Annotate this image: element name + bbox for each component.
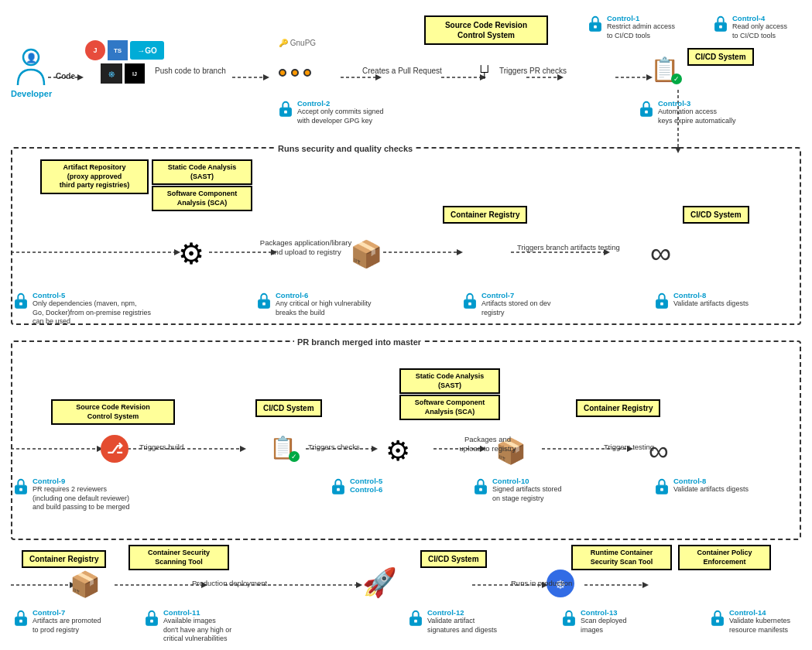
control-7b: Control-7 Artifacts are promotedto prod … xyxy=(12,608,101,635)
control-11-text: Available imagesdon't have any high orcr… xyxy=(163,617,231,644)
sca-box-2: Software ComponentAnalysis (SCA) xyxy=(399,395,500,420)
control-12: Control-12 Validate artifactsignatures a… xyxy=(407,608,497,635)
control-4-text: Read only accessto CI/CD tools xyxy=(732,22,787,40)
prod-package-icon: 📦 xyxy=(70,570,101,599)
svg-rect-77 xyxy=(716,620,719,623)
control-8b: Control-8 Validate artifacts digests xyxy=(653,477,749,497)
triggers-build-text: Triggers build xyxy=(139,443,183,451)
git-icon: ⎇ xyxy=(101,435,128,463)
triggers-checks-text: Triggers checks xyxy=(308,443,360,451)
control-5b-title: Control-5 xyxy=(350,477,382,485)
svg-marker-9 xyxy=(557,74,564,80)
container-reg-box-2: Container Registry xyxy=(576,399,660,417)
java-logo: J xyxy=(85,40,105,60)
runs-prod-text: Runs in production xyxy=(511,579,572,587)
svg-rect-61 xyxy=(19,488,22,491)
branch-node3 xyxy=(303,69,311,77)
sast-box-2: Static Code Analysis(SAST) xyxy=(399,368,500,394)
control-10: Control-10 Signed artifacts storedon sta… xyxy=(472,477,562,503)
cicd-doc-icon-2: 📋 ✓ xyxy=(269,435,296,460)
sca-box-1: Software ComponentAnalysis (SCA) xyxy=(152,186,252,211)
control-11-title: Control-11 xyxy=(163,608,231,617)
checkmark-badge: ✓ xyxy=(671,74,682,84)
svg-rect-53 xyxy=(19,303,22,306)
control-8-title: Control-8 xyxy=(673,291,749,299)
intellij-icon: IJ xyxy=(125,63,145,84)
policy-enforcement-box: Container PolicyEnforcement xyxy=(678,545,771,570)
control-3-title: Control-3 xyxy=(658,99,736,108)
control-8b-title: Control-8 xyxy=(673,477,749,485)
gnupg-area: 🔑 GnuPG xyxy=(279,39,316,77)
control-6-title: Control-6 xyxy=(276,291,372,299)
control-9-title: Control-9 xyxy=(33,477,130,485)
control-7b-text: Artifacts are promotedto prod registry xyxy=(33,617,101,635)
typescript-logo: TS xyxy=(108,40,128,60)
branch-artifacts-text: Triggers branch artifacts testing xyxy=(517,243,620,251)
svg-rect-73 xyxy=(414,620,417,623)
control-1: Control-1 Restrict admin accessto CI/CD … xyxy=(587,14,675,40)
control-7b-title: Control-7 xyxy=(33,608,101,617)
zone-security-label: Runs security and quality checks xyxy=(275,144,416,153)
triggers-pr-text: Triggers PR checks xyxy=(499,67,567,75)
diagram: Runs security and quality checks PR bran… xyxy=(0,0,812,650)
cicd-box-4: CI/CD System xyxy=(420,550,487,568)
svg-rect-55 xyxy=(262,303,266,306)
control-2: Control-2 Accept only commits signedwith… xyxy=(277,99,384,125)
branch-node1 xyxy=(279,69,286,77)
runtime-scan-box: Runtime ContainerSecurity Scan Tool xyxy=(571,545,672,570)
developer-icon: 👤 xyxy=(14,46,49,92)
cicd-doc-icon: 📋 ✓ xyxy=(650,56,679,83)
control-4-title: Control-4 xyxy=(732,14,787,22)
push-code-text: Push code to branch xyxy=(155,67,226,75)
packages-flow-text: Packages application/libraryand upload t… xyxy=(255,238,356,258)
control-10-text: Signed artifacts storedon stage registry xyxy=(492,485,562,503)
svg-rect-51 xyxy=(645,111,648,114)
control-5-text: Only dependencies (maven, npm,Go, Docker… xyxy=(33,299,151,327)
svg-rect-57 xyxy=(468,303,471,306)
control-13-title: Control-13 xyxy=(581,608,627,617)
svg-rect-47 xyxy=(594,26,597,29)
container-reg-box-1: Container Registry xyxy=(443,206,527,224)
control-1-text: Restrict admin accessto CI/CD tools xyxy=(607,22,675,40)
control-13-text: Scan deployedimages xyxy=(581,617,627,635)
control-6b-title: Control-6 xyxy=(350,485,382,494)
control-11: Control-11 Available imagesdon't have an… xyxy=(143,608,231,644)
editor-icon: ⎈ xyxy=(101,63,122,84)
svg-rect-67 xyxy=(660,488,663,491)
pr-text: Creates a Pull Request xyxy=(362,67,442,75)
control-10-title: Control-10 xyxy=(492,477,562,485)
go-logo: →GO xyxy=(130,41,164,60)
control-7-title: Control-7 xyxy=(481,291,551,299)
svg-rect-65 xyxy=(479,488,482,491)
src-ctrl-box-2: Source Code RevisionControl System xyxy=(51,399,175,425)
artifact-repo-box: Artifact Repository(proxy approvedthird … xyxy=(40,159,149,194)
control-13: Control-13 Scan deployedimages xyxy=(560,608,627,635)
control-7-text: Artifacts stored on devregistry xyxy=(481,299,551,317)
control-9-text: PR requires 2 reviewers(including one de… xyxy=(33,485,130,512)
cicd-box-3: CI/CD System xyxy=(255,399,322,417)
control-5-title: Control-5 xyxy=(33,291,151,299)
pr-merge-icon: ⑂ xyxy=(478,60,491,84)
svg-rect-45 xyxy=(284,111,287,114)
control-2-text: Accept only commits signedwith developer… xyxy=(297,108,384,125)
control-8-text: Validate artifacts digests xyxy=(673,299,749,309)
svg-rect-75 xyxy=(567,620,570,623)
svg-rect-63 xyxy=(337,488,340,491)
checkmark-badge-2: ✓ xyxy=(289,451,300,462)
rocket-icon: 🚀 xyxy=(362,566,397,599)
control-8b-text: Validate artifacts digests xyxy=(673,485,749,494)
zone-pr-label: PR branch merged into master xyxy=(294,337,424,347)
control-12-text: Validate artifactsignatures and digests xyxy=(427,617,497,635)
prod-deploy-text: Production deployment xyxy=(192,579,267,587)
svg-rect-71 xyxy=(150,620,153,623)
svg-rect-59 xyxy=(660,303,663,306)
control-8: Control-8 Validate artifacts digests xyxy=(653,291,749,311)
control-9: Control-9 PR requires 2 reviewers(includ… xyxy=(12,477,130,512)
svg-marker-1 xyxy=(77,74,84,80)
sast-box-1: Static Code Analysis(SAST) xyxy=(152,159,252,185)
build-gear-icon-2: ⚙ xyxy=(385,435,410,467)
control-7: Control-7 Artifacts stored on devregistr… xyxy=(461,291,551,317)
control-12-title: Control-12 xyxy=(427,608,497,617)
control-6: Control-6 Any critical or high vulnerabi… xyxy=(255,291,372,317)
triggers-testing-text: Triggers testing xyxy=(604,443,654,451)
